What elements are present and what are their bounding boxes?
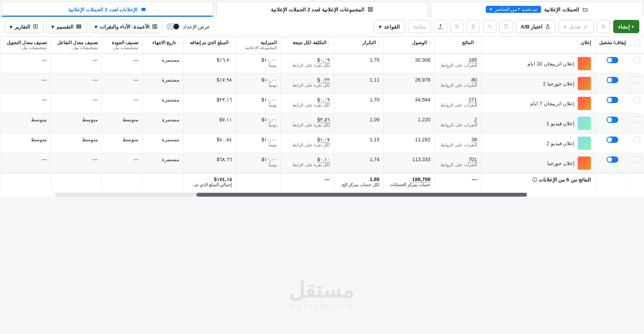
cell-spent: ٦٨,٦٦$ xyxy=(183,153,236,173)
cell-engagement: متوسط xyxy=(51,133,102,153)
row-toggle[interactable] xyxy=(607,137,618,143)
col-spent[interactable]: ↕المبلغ الذي تم إنفاقه xyxy=(183,37,236,54)
reports-label: التقارير xyxy=(15,24,30,30)
ads-table: إيقاف/ تشغيل إعلان ↕النتائج ↕الوصول ↕الت… xyxy=(0,37,644,190)
row-toggle[interactable] xyxy=(607,117,618,123)
cell-conversion: — xyxy=(0,54,51,74)
cell-results: 185 النقرات على الروابط xyxy=(435,54,481,74)
row-checkbox[interactable] xyxy=(634,57,640,63)
svg-rect-15 xyxy=(77,26,81,27)
rules-label: القواعد xyxy=(384,24,400,30)
col-reach[interactable]: ↕الوصول xyxy=(384,37,435,54)
row-checkbox[interactable] xyxy=(634,156,640,163)
cell-cpr: ٠,٠٩$ لكل نقرة على الرابط xyxy=(281,94,334,114)
col-toggle[interactable]: إيقاف/ تشغيل xyxy=(595,37,630,54)
svg-point-9 xyxy=(455,25,457,26)
cell-budget: ١٠,٠٠$يومياً xyxy=(236,94,281,114)
cell-results: 2 النقرات على الروابط xyxy=(435,114,481,133)
ad-thumbnail xyxy=(578,57,591,70)
footer-row: النتائج من 6 من الإعلانات ⓘ — 186,798 حس… xyxy=(0,173,644,191)
cell-frequency: 1,09 xyxy=(334,114,384,133)
view-setup-toggle[interactable]: عرض الإعداد xyxy=(166,23,211,30)
pencil-icon xyxy=(583,24,589,29)
cell-ad[interactable]: إعلان اذربيجان 10 ايام xyxy=(481,54,595,74)
columns-label: الأعمدة: الأداء والنقرات xyxy=(100,24,150,30)
row-checkbox[interactable] xyxy=(634,97,640,103)
sort-icon: ↕ xyxy=(475,41,477,45)
duplicate-button[interactable] xyxy=(597,20,610,33)
table-row[interactable]: إعلان اذربيجان 10 ايام 185 النقرات على ا… xyxy=(0,54,644,74)
paste-button[interactable] xyxy=(499,20,513,33)
horizontal-scrollbar[interactable] xyxy=(55,193,527,197)
cell-ad[interactable]: إعلان جورجيا 2 xyxy=(481,74,595,94)
row-toggle[interactable] xyxy=(607,97,618,103)
cell-engagement: — xyxy=(51,74,102,94)
col-ad[interactable]: إعلان xyxy=(481,37,595,54)
sort-icon: ↕ xyxy=(328,41,330,45)
delete-button[interactable] xyxy=(467,20,480,33)
col-conversion[interactable]: تصنيف معدل التحويلتشخيصات مل.. xyxy=(0,37,51,54)
ad-name: إعلان فيديو 1 xyxy=(547,121,575,126)
cell-reach: 34,584 xyxy=(384,94,435,114)
table-row[interactable]: إعلان جورجيا 2 80 النقرات على الروابط 26… xyxy=(0,74,644,94)
cell-ad[interactable]: إعلان فيديو 1 xyxy=(481,114,595,133)
columns-button[interactable]: الأعمدة: الأداء والنقرات ▾ xyxy=(90,20,163,33)
col-quality[interactable]: تصنيف الجودةتشخيصات مل.. xyxy=(102,37,143,54)
chevron-down-icon: ▾ xyxy=(564,24,566,30)
row-toggle[interactable] xyxy=(607,77,618,83)
cell-end: مستمرة xyxy=(143,94,184,114)
cell-ad[interactable]: إعلان فيديو 2 xyxy=(481,133,595,153)
svg-rect-13 xyxy=(155,25,157,28)
col-frequency[interactable]: ↕التكرار xyxy=(334,37,384,54)
row-checkbox[interactable] xyxy=(634,77,640,83)
row-checkbox[interactable] xyxy=(634,117,640,123)
toggle-switch[interactable] xyxy=(166,23,180,30)
chevron-down-icon: ▾ xyxy=(10,24,12,30)
cell-cpr: ٠,١٠$ لكل نقرة على الرابط xyxy=(281,153,334,173)
table-row[interactable]: إعلان اذربيجان 7 ايام 271 النقرات على ال… xyxy=(0,94,644,114)
row-checkbox[interactable] xyxy=(634,137,640,143)
cell-quality: — xyxy=(102,74,143,94)
col-end[interactable]: ↕تاريخ الانتهاء xyxy=(143,37,184,54)
sort-icon: ↕ xyxy=(377,41,379,45)
create-button[interactable]: + إنشاء xyxy=(613,20,639,33)
edit-button[interactable]: تعديل ▾ xyxy=(559,20,594,33)
undo-button[interactable] xyxy=(483,20,496,33)
toolbar: + إنشاء تعديل ▾ اختبار A/B معاينة القواع… xyxy=(0,17,644,37)
tab-adsets[interactable]: المجموعات الإعلانية لعدد 2 الحملات الإعل… xyxy=(216,2,428,17)
select-all-checkbox[interactable] xyxy=(634,40,640,46)
reports-button[interactable]: التقارير ▾ xyxy=(5,20,43,33)
cell-budget: ١٠,٠٠$يومياً xyxy=(236,133,281,153)
preview-button[interactable]: معاينة xyxy=(408,20,431,33)
table-row[interactable]: إعلان فيديو 1 2 النقرات على الروابط 1,22… xyxy=(0,114,644,133)
row-toggle[interactable] xyxy=(607,156,618,163)
cell-reach: 30,306 xyxy=(384,54,435,74)
cell-conversion: — xyxy=(0,74,51,94)
share-button[interactable] xyxy=(450,20,464,33)
breakdown-button[interactable]: التقسيم ▾ xyxy=(46,20,87,33)
cell-reach: 26,976 xyxy=(384,74,435,94)
col-results[interactable]: ↕النتائج xyxy=(435,37,481,54)
svg-point-10 xyxy=(457,25,458,26)
campaigns-filter-pill[interactable]: تم تحديد ٢ من العناصر × xyxy=(486,6,541,13)
cell-end: مستمرة xyxy=(143,54,184,74)
export-button[interactable] xyxy=(434,20,447,33)
cell-ad[interactable]: إعلان اذربيجان 7 ايام xyxy=(481,94,595,114)
footer-label: النتائج من 6 من الإعلانات ⓘ xyxy=(481,173,595,191)
close-icon[interactable]: × xyxy=(490,7,492,12)
tab-ads[interactable]: الإعلانات لعدد 2 الحملات الإعلانية xyxy=(2,2,213,17)
row-toggle[interactable] xyxy=(607,57,618,63)
cell-ad[interactable]: إعلان جورجيا xyxy=(481,153,595,173)
header-row: إيقاف/ تشغيل إعلان ↕النتائج ↕الوصول ↕الت… xyxy=(0,37,644,54)
col-budget[interactable]: الميزانيةالمجموعة الإعلانية xyxy=(236,37,281,54)
cell-reach: 1,220 xyxy=(384,114,435,133)
ab-test-button[interactable]: اختبار A/B xyxy=(516,20,556,33)
cell-quality: — xyxy=(102,153,143,173)
table-row[interactable]: إعلان فيديو 2 38 النقرات على الروابط 11,… xyxy=(0,133,644,153)
col-cpr[interactable]: ↕التكلفة لكل نتيجة xyxy=(281,37,334,54)
tab-campaigns[interactable]: الحملات الإعلانية تم تحديد ٢ من العناصر … xyxy=(431,2,642,17)
rules-button[interactable]: القواعد ▾ xyxy=(374,20,405,33)
col-engagement[interactable]: تصنيف معدل التفاعلتشخيصات مل.. xyxy=(51,37,102,54)
table-row[interactable]: إعلان جورجيا 701 النقرات على الروابط 113… xyxy=(0,153,644,173)
info-icon[interactable]: ⓘ xyxy=(532,177,537,183)
